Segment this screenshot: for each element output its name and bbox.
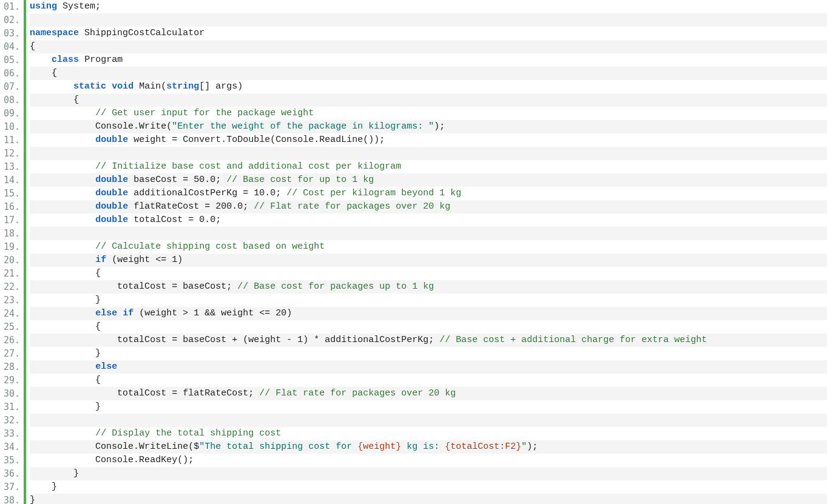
- code-line[interactable]: class Program: [30, 53, 827, 67]
- token-txt: }: [30, 495, 35, 504]
- code-line[interactable]: double flatRateCost = 200.0; // Flat rat…: [30, 200, 827, 213]
- token-cmt: // Flat rate for packages over 20 kg: [259, 388, 456, 398]
- code-line[interactable]: [30, 414, 827, 427]
- line-number: 07.: [0, 80, 20, 93]
- line-number: 16.: [0, 200, 20, 213]
- code-line[interactable]: [30, 147, 827, 160]
- code-line[interactable]: // Get user input for the package weight: [30, 107, 827, 120]
- token-cmt: // Get user input for the package weight: [95, 108, 314, 118]
- code-line[interactable]: double additionalCostPerKg = 10.0; // Co…: [30, 187, 827, 200]
- line-number: 12.: [0, 147, 20, 160]
- token-txt: {: [30, 321, 101, 332]
- code-line[interactable]: double baseCost = 50.0; // Base cost for…: [30, 173, 827, 187]
- code-line[interactable]: namespace ShippingCostCalculator: [30, 27, 827, 40]
- code-line[interactable]: // Initialize base cost and additional c…: [30, 160, 827, 173]
- token-txt: System;: [57, 1, 101, 12]
- line-number: 06.: [0, 67, 20, 80]
- code-line[interactable]: }: [30, 467, 827, 480]
- code-line[interactable]: // Display the total shipping cost: [30, 427, 827, 440]
- token-txt: [30, 215, 95, 225]
- code-line[interactable]: [30, 227, 827, 240]
- code-line[interactable]: Console.Write("Enter the weight of the p…: [30, 120, 827, 133]
- token-txt: [30, 241, 95, 252]
- token-kw: double: [95, 215, 128, 225]
- code-editor: 01.02.03.04.05.06.07.08.09.10.11.12.13.1…: [0, 0, 827, 504]
- code-area[interactable]: using System;namespace ShippingCostCalcu…: [30, 0, 827, 504]
- line-number: 23.: [0, 294, 20, 307]
- line-number-gutter: 01.02.03.04.05.06.07.08.09.10.11.12.13.1…: [0, 0, 24, 504]
- token-txt: totalCost = baseCost;: [30, 281, 237, 292]
- token-cmt: // Calculate shipping cost based on weig…: [95, 241, 325, 252]
- token-cmt: // Base cost + additional charge for ext…: [439, 335, 707, 345]
- code-line[interactable]: double weight = Convert.ToDouble(Console…: [30, 133, 827, 147]
- token-kw: if: [123, 308, 133, 318]
- token-cmt: // Initialize base cost and additional c…: [95, 161, 401, 172]
- token-txt: [30, 361, 95, 372]
- code-line[interactable]: }: [30, 400, 827, 414]
- token-txt: weight = Convert.ToDouble(Console.ReadLi…: [128, 135, 385, 145]
- token-txt: totalCost = baseCost + (weight - 1) * ad…: [30, 335, 439, 345]
- code-line[interactable]: {: [30, 40, 827, 53]
- code-line[interactable]: double totalCost = 0.0;: [30, 213, 827, 227]
- token-txt: [30, 81, 73, 92]
- token-txt: baseCost = 50.0;: [128, 175, 226, 185]
- code-line[interactable]: using System;: [30, 0, 827, 13]
- code-line[interactable]: }: [30, 494, 827, 504]
- code-line[interactable]: if (weight <= 1): [30, 254, 827, 267]
- token-txt: totalCost = 0.0;: [128, 215, 221, 225]
- token-kw: class: [52, 55, 79, 65]
- token-str: "Enter the weight of the package in kilo…: [172, 121, 434, 132]
- token-kw: void: [112, 81, 133, 92]
- code-line[interactable]: // Calculate shipping cost based on weig…: [30, 240, 827, 254]
- line-number: 04.: [0, 40, 20, 53]
- code-line[interactable]: totalCost = flatRateCost; // Flat rate f…: [30, 387, 827, 400]
- code-line[interactable]: else if (weight > 1 && weight <= 20): [30, 307, 827, 320]
- token-kw: else: [95, 361, 117, 372]
- code-line[interactable]: totalCost = baseCost; // Base cost for p…: [30, 280, 827, 294]
- code-line[interactable]: Console.ReadKey();: [30, 454, 827, 467]
- line-number: 28.: [0, 360, 20, 374]
- token-txt: }: [30, 468, 79, 479]
- token-txt: }: [30, 295, 101, 305]
- code-line[interactable]: Console.WriteLine($"The total shipping c…: [30, 440, 827, 454]
- code-line[interactable]: }: [30, 480, 827, 494]
- token-txt: {: [30, 375, 101, 385]
- code-line[interactable]: {: [30, 374, 827, 387]
- token-kw: namespace: [30, 28, 79, 38]
- token-kw: string: [166, 81, 199, 92]
- token-cmt: // Flat rate for packages over 20 kg: [254, 201, 450, 212]
- line-number: 21.: [0, 267, 20, 280]
- line-number: 29.: [0, 374, 20, 387]
- code-line[interactable]: {: [30, 93, 827, 107]
- token-txt: Console.ReadKey();: [30, 455, 194, 465]
- token-txt: [30, 255, 95, 265]
- line-number: 24.: [0, 307, 20, 320]
- token-txt: ShippingCostCalculator: [79, 28, 204, 38]
- token-cmt: // Display the total shipping cost: [95, 428, 281, 438]
- line-number: 22.: [0, 280, 20, 294]
- code-line[interactable]: [30, 13, 827, 27]
- line-number: 17.: [0, 213, 20, 227]
- line-number: 27.: [0, 347, 20, 360]
- line-number: 19.: [0, 240, 20, 254]
- code-line[interactable]: {: [30, 267, 827, 280]
- token-txt: Console.Write(: [30, 121, 172, 132]
- code-line[interactable]: totalCost = baseCost + (weight - 1) * ad…: [30, 334, 827, 347]
- token-txt: [106, 81, 112, 92]
- token-txt: );: [527, 442, 538, 452]
- code-line[interactable]: }: [30, 347, 827, 360]
- line-number: 25.: [0, 320, 20, 334]
- token-intp: {weight}: [357, 442, 401, 452]
- code-line[interactable]: {: [30, 67, 827, 80]
- change-margin-bar: [24, 0, 26, 504]
- token-txt: totalCost = flatRateCost;: [30, 388, 259, 398]
- token-kw: double: [95, 175, 128, 185]
- line-number: 01.: [0, 0, 20, 13]
- code-line[interactable]: else: [30, 360, 827, 374]
- line-number: 03.: [0, 27, 20, 40]
- token-str: "The total shipping cost for: [199, 442, 357, 452]
- code-line[interactable]: static void Main(string[] args): [30, 80, 827, 93]
- line-number: 18.: [0, 227, 20, 240]
- code-line[interactable]: }: [30, 294, 827, 307]
- code-line[interactable]: {: [30, 320, 827, 334]
